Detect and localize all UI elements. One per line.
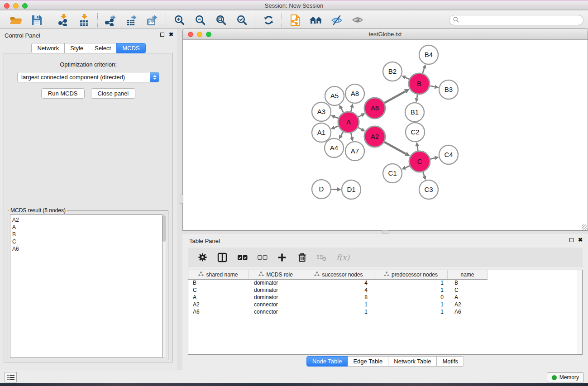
graph-edge-D-D1[interactable] bbox=[331, 187, 341, 191]
table-cell[interactable]: 0 bbox=[374, 294, 448, 301]
zoom-out-icon[interactable] bbox=[193, 14, 207, 26]
hide-eye-icon[interactable] bbox=[330, 14, 344, 26]
close-table-panel-icon[interactable]: ✖ bbox=[578, 238, 583, 243]
tab-mcds[interactable]: MCDS bbox=[116, 43, 145, 53]
table-cell[interactable]: C bbox=[188, 287, 249, 294]
mcds-result-list[interactable]: A2ABCA6 bbox=[10, 214, 163, 358]
graph-edge-B-B1[interactable] bbox=[415, 94, 419, 103]
zoom-fit-icon[interactable] bbox=[214, 14, 228, 26]
graph-node-D1[interactable]: D1 bbox=[342, 180, 361, 199]
open-session-icon[interactable] bbox=[9, 14, 23, 26]
graph-edge-A-A4[interactable] bbox=[339, 131, 344, 139]
network-document-icon[interactable] bbox=[288, 14, 302, 26]
graph-node-B1[interactable]: B1 bbox=[405, 103, 424, 122]
graph-edge-A2-C[interactable] bbox=[384, 142, 410, 156]
graph-edge-A-A6[interactable] bbox=[358, 113, 365, 117]
column-header-predecessor-nodes[interactable]: predecessor nodes bbox=[374, 270, 448, 279]
table-cell[interactable]: 8 bbox=[303, 294, 374, 301]
graph-edge-C-C4[interactable] bbox=[430, 156, 439, 160]
graph-edge-A-A1[interactable] bbox=[331, 126, 339, 129]
splitter-handle-left[interactable] bbox=[180, 195, 183, 204]
graph-node-D[interactable]: D bbox=[312, 180, 331, 199]
graph-edge-A6-B[interactable] bbox=[384, 89, 410, 103]
graph-edge-A-A3[interactable] bbox=[331, 115, 339, 119]
tab-motifs[interactable]: Motifs bbox=[436, 356, 464, 367]
graph-edge-C-C2[interactable] bbox=[415, 142, 419, 152]
zoom-selected-icon[interactable] bbox=[235, 14, 249, 26]
graph-edge-A-A8[interactable] bbox=[350, 104, 354, 112]
graph-node-C1[interactable]: C1 bbox=[383, 164, 402, 183]
graph-edge-A-A7[interactable] bbox=[350, 133, 354, 142]
mcds-result-item[interactable]: C bbox=[12, 238, 162, 245]
mcds-result-item[interactable]: A2 bbox=[12, 216, 162, 224]
refresh-icon[interactable] bbox=[262, 14, 275, 26]
table-row[interactable]: Bdominator41B bbox=[188, 280, 582, 287]
result-scrollbar[interactable] bbox=[163, 214, 166, 358]
graph-edge-B-B4[interactable] bbox=[422, 64, 426, 74]
save-session-icon[interactable] bbox=[30, 14, 43, 26]
table-cell[interactable]: 1 bbox=[374, 287, 448, 294]
eye-icon[interactable] bbox=[351, 14, 364, 26]
table-cell[interactable]: C bbox=[448, 287, 488, 294]
table-cell[interactable]: dominator bbox=[249, 287, 303, 294]
column-header-successor-nodes[interactable]: successor nodes bbox=[303, 270, 374, 279]
graph-edge-A-A2[interactable] bbox=[358, 127, 365, 131]
graph-node-A4[interactable]: A4 bbox=[325, 138, 344, 157]
export-network-icon[interactable] bbox=[104, 14, 118, 26]
search-input[interactable] bbox=[461, 17, 579, 24]
table-row[interactable]: A6connector11A6 bbox=[188, 309, 582, 316]
run-mcds-button[interactable]: Run MCDS bbox=[41, 88, 85, 99]
graph-node-A5[interactable]: A5 bbox=[325, 86, 344, 105]
export-image-icon[interactable] bbox=[146, 14, 159, 26]
table-cell[interactable]: 1 bbox=[374, 301, 448, 309]
table-cell[interactable]: 4 bbox=[303, 280, 374, 287]
graph-node-A6[interactable]: A6 bbox=[364, 98, 385, 119]
table-cell[interactable]: A bbox=[188, 294, 249, 301]
export-table-icon[interactable] bbox=[125, 14, 139, 26]
optimization-select[interactable]: largest connected component (directed) bbox=[17, 72, 159, 82]
graph-edge-A-A5[interactable] bbox=[339, 105, 344, 113]
tab-network[interactable]: Network bbox=[31, 43, 65, 53]
table-cell[interactable]: A2 bbox=[188, 301, 249, 309]
graph-node-B2[interactable]: B2 bbox=[383, 62, 402, 81]
add-column-icon[interactable] bbox=[277, 252, 287, 263]
tab-node-table[interactable]: Node Table bbox=[306, 356, 348, 367]
graph-node-A[interactable]: A bbox=[338, 112, 359, 133]
mcds-result-item[interactable]: B bbox=[12, 231, 162, 238]
graph-node-A7[interactable]: A7 bbox=[345, 142, 364, 161]
graph-node-A2[interactable]: A2 bbox=[364, 126, 385, 147]
graph-node-A3[interactable]: A3 bbox=[312, 102, 331, 121]
function-builder-icon[interactable]: f(x) bbox=[336, 252, 349, 263]
table-cell[interactable]: 1 bbox=[374, 280, 448, 287]
table-cell[interactable]: A6 bbox=[188, 309, 249, 316]
tab-style[interactable]: Style bbox=[64, 43, 89, 53]
table-cell[interactable]: A bbox=[448, 294, 488, 301]
task-history-button[interactable] bbox=[5, 372, 17, 382]
graph-node-A8[interactable]: A8 bbox=[345, 84, 364, 103]
show-columns-icon[interactable] bbox=[237, 252, 248, 263]
table-cell[interactable]: 4 bbox=[303, 287, 374, 294]
settings-gear-icon[interactable] bbox=[197, 252, 208, 263]
graph-node-B4[interactable]: B4 bbox=[419, 45, 438, 64]
graph-edge-C-C1[interactable] bbox=[402, 166, 410, 170]
splitter-handle-bottom[interactable] bbox=[382, 230, 388, 234]
table-cell[interactable]: 1 bbox=[303, 301, 374, 309]
graph-edge-B-B3[interactable] bbox=[430, 85, 439, 89]
table-cell[interactable]: connector bbox=[249, 301, 303, 309]
zoom-in-icon[interactable] bbox=[172, 14, 186, 26]
column-header-MCDS-role[interactable]: MCDS role bbox=[249, 270, 303, 279]
graph-node-C[interactable]: C bbox=[409, 151, 430, 172]
home-icon[interactable] bbox=[309, 14, 323, 26]
table-row[interactable]: A2connector11A2 bbox=[188, 301, 582, 309]
float-table-panel-icon[interactable] bbox=[569, 238, 574, 242]
tab-edge-table[interactable]: Edge Table bbox=[347, 356, 388, 367]
table-cell[interactable]: 1 bbox=[374, 309, 448, 316]
graph-edge-C-C3[interactable] bbox=[422, 172, 426, 180]
table-cell[interactable]: connector bbox=[249, 309, 303, 316]
column-header-shared-name[interactable]: shared name bbox=[188, 270, 249, 279]
network-canvas[interactable]: B4B2BB3B1A5A8A3A6AA1A2C2A4A7C4CC1C3DD1 bbox=[183, 40, 588, 230]
table-row[interactable]: Cdominator41C bbox=[188, 287, 582, 294]
table-cell[interactable]: A6 bbox=[448, 309, 488, 316]
column-header-name[interactable]: name bbox=[448, 270, 488, 279]
mcds-result-item[interactable]: A6 bbox=[12, 245, 162, 253]
